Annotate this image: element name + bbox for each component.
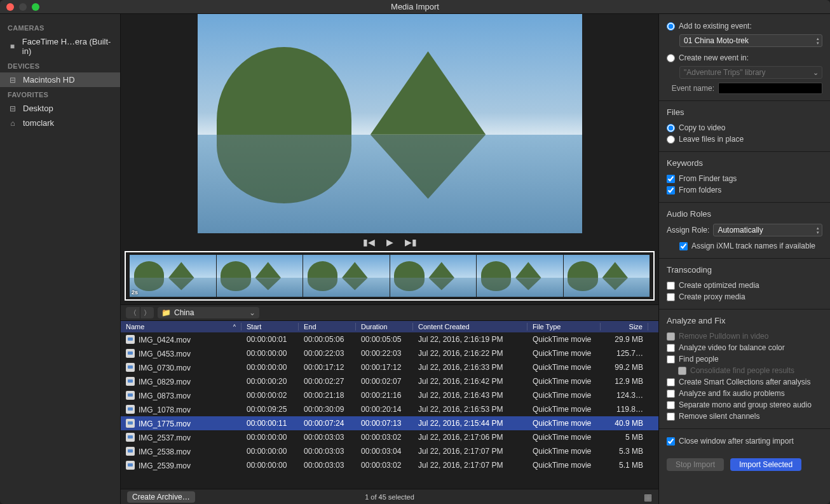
files-section-header: Files — [667, 107, 822, 117]
playback-controls: ▮◀ ▶ ▶▮ — [121, 233, 658, 251]
table-row[interactable]: IMG_2538.mov00:00:00:0000:00:03:0300:00:… — [121, 444, 658, 458]
footer-bar: Create Archive… 1 of 45 selected ▦ — [121, 489, 658, 504]
copy-to-video-radio[interactable]: Copy to video — [667, 122, 822, 133]
path-bar: 〈 〉 📁 China — [121, 304, 658, 321]
from-finder-tags-check[interactable]: From Finder tags — [667, 173, 822, 184]
prev-clip-button[interactable]: ▮◀ — [363, 237, 375, 247]
sidebar-item-macintosh-hd[interactable]: ⊟ Macintosh HD — [0, 72, 120, 87]
filmstrip-thumb[interactable] — [303, 255, 390, 297]
selection-status: 1 of 45 selected — [121, 493, 658, 501]
filmstrip-thumb[interactable] — [477, 255, 563, 297]
movie-file-icon — [126, 335, 135, 344]
movie-file-icon — [126, 419, 135, 428]
sidebar-header-devices: DEVICES — [0, 58, 120, 72]
movie-file-icon — [126, 363, 135, 372]
leave-in-place-radio[interactable]: Leave files in place — [667, 133, 822, 145]
window-title: Media Import — [0, 2, 830, 11]
find-people-check[interactable]: Find people — [667, 353, 822, 365]
sidebar-item-desktop[interactable]: ⊟ Desktop — [0, 101, 120, 116]
keywords-section-header: Keywords — [667, 158, 822, 168]
sidebar-item-label: FaceTime H…era (Built-in) — [22, 37, 112, 56]
movie-file-icon — [126, 391, 135, 400]
sidebar-header-favorites: FAVORITES — [0, 87, 120, 101]
col-end[interactable]: End — [299, 323, 356, 330]
folder-icon: 📁 — [161, 308, 171, 317]
import-options-panel: Add to existing event: 01 China Moto-tre… — [658, 14, 830, 504]
assign-role-select[interactable]: Automatically — [713, 224, 822, 236]
movie-file-icon — [126, 433, 135, 442]
table-row[interactable]: IMG_0730.mov00:00:00:0000:00:17:1200:00:… — [121, 360, 658, 374]
sidebar-item-label: Macintosh HD — [23, 75, 75, 85]
analyze-section-header: Analyze and Fix — [667, 316, 822, 325]
movie-file-icon — [126, 447, 135, 456]
table-header: Name^ Start End Duration Content Created… — [121, 321, 658, 332]
disk-icon: ⊟ — [8, 76, 18, 85]
table-row[interactable]: IMG_0424.mov00:00:00:0100:00:05:0600:00:… — [121, 332, 658, 346]
col-filetype[interactable]: File Type — [527, 323, 601, 330]
nav-back-button[interactable]: 〈 — [126, 307, 140, 318]
create-optimized-check[interactable]: Create optimized media — [667, 280, 822, 291]
event-name-label: Event name: — [667, 84, 714, 93]
existing-event-select[interactable]: 01 China Moto-trek — [679, 34, 822, 47]
col-created[interactable]: Content Created — [413, 323, 527, 330]
audio-roles-section-header: Audio Roles — [667, 209, 822, 219]
table-row[interactable]: IMG_2539.mov00:00:00:0000:00:03:0300:00:… — [121, 458, 658, 472]
preview-viewer — [121, 14, 658, 233]
desktop-icon: ⊟ — [8, 104, 18, 113]
add-to-existing-event-radio[interactable]: Add to existing event: — [667, 20, 822, 32]
folder-dropdown[interactable]: 📁 China — [158, 307, 259, 318]
event-name-input[interactable] — [718, 83, 822, 94]
file-table: Name^ Start End Duration Content Created… — [121, 321, 658, 489]
remove-silent-check[interactable]: Remove silent channels — [667, 411, 822, 422]
separate-mono-check[interactable]: Separate mono and group stereo audio — [667, 399, 822, 411]
fix-audio-check[interactable]: Analyze and fix audio problems — [667, 388, 822, 399]
movie-file-icon — [126, 349, 135, 358]
filmstrip-thumb[interactable] — [217, 255, 303, 297]
import-selected-button[interactable]: Import Selected — [730, 458, 801, 471]
create-proxy-check[interactable]: Create proxy media — [667, 291, 822, 303]
clip-duration-label: 2s — [132, 289, 138, 296]
col-start[interactable]: Start — [242, 323, 299, 330]
table-row[interactable]: IMG_0873.mov00:00:00:0200:00:21:1800:00:… — [121, 388, 658, 402]
sidebar: CAMERAS ■ FaceTime H…era (Built-in) DEVI… — [0, 14, 121, 504]
assign-ixml-check[interactable]: Assign iXML track names if available — [679, 240, 822, 252]
filmstrip-thumb[interactable] — [564, 255, 650, 297]
table-row[interactable]: IMG_0453.mov00:00:00:0000:00:22:0300:00:… — [121, 346, 658, 360]
preview-image — [198, 14, 582, 233]
from-folders-check[interactable]: From folders — [667, 184, 822, 196]
movie-file-icon — [126, 405, 135, 414]
col-size[interactable]: Size — [601, 323, 648, 330]
remove-pulldown-check: Remove Pulldown in video — [667, 330, 822, 342]
next-clip-button[interactable]: ▶▮ — [405, 237, 417, 247]
filmstrip-thumb[interactable] — [390, 255, 477, 297]
create-new-event-radio[interactable]: Create new event in: — [667, 52, 822, 64]
folder-name: China — [174, 308, 194, 317]
table-row[interactable]: IMG_1775.mov00:00:00:1100:00:07:2400:00:… — [121, 416, 658, 430]
play-button[interactable]: ▶ — [386, 237, 393, 247]
col-name[interactable]: Name^ — [121, 323, 242, 330]
transcoding-section-header: Transcoding — [667, 265, 822, 275]
sidebar-item-label: tomclark — [23, 118, 54, 128]
library-select: "Adventure Trips" library — [679, 66, 822, 79]
nav-forward-button[interactable]: 〉 — [140, 307, 154, 318]
home-icon: ⌂ — [8, 119, 18, 128]
stop-import-button: Stop Import — [667, 458, 724, 471]
movie-file-icon — [126, 461, 135, 470]
consolidate-people-check: Consolidate find people results — [678, 365, 822, 376]
sidebar-item-label: Desktop — [23, 104, 53, 113]
assign-role-label: Assign Role: — [667, 226, 709, 235]
sidebar-item-home[interactable]: ⌂ tomclark — [0, 116, 120, 130]
table-row[interactable]: IMG_2537.mov00:00:00:0000:00:03:0300:00:… — [121, 430, 658, 444]
sidebar-item-facetime-camera[interactable]: ■ FaceTime H…era (Built-in) — [0, 34, 120, 58]
filmstrip-thumb[interactable]: 2s — [130, 255, 216, 297]
filmstrip[interactable]: 2s — [125, 251, 655, 301]
table-row[interactable]: IMG_0829.mov00:00:00:2000:00:02:2700:00:… — [121, 374, 658, 388]
analyze-balance-check[interactable]: Analyze video for balance color — [667, 342, 822, 353]
table-row[interactable]: IMG_1078.mov00:00:09:2500:00:30:0900:00:… — [121, 402, 658, 416]
movie-file-icon — [126, 377, 135, 386]
close-after-import-check[interactable]: Close window after starting import — [667, 435, 822, 447]
titlebar: Media Import — [0, 0, 830, 14]
camera-icon: ■ — [8, 42, 17, 51]
col-duration[interactable]: Duration — [356, 323, 413, 330]
smart-collections-check[interactable]: Create Smart Collections after analysis — [667, 376, 822, 388]
